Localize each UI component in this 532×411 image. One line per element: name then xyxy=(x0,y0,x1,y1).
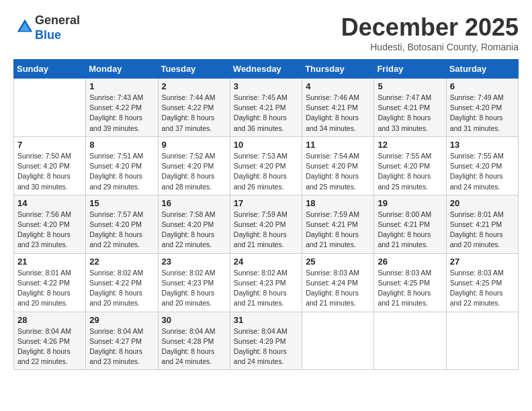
day-number: 21 xyxy=(17,257,82,267)
day-info: Sunrise: 7:53 AM Sunset: 4:20 PM Dayligh… xyxy=(234,151,298,192)
calendar-cell: 25Sunrise: 8:03 AM Sunset: 4:24 PM Dayli… xyxy=(302,253,374,312)
calendar-table: SundayMondayTuesdayWednesdayThursdayFrid… xyxy=(13,59,519,370)
day-header-friday: Friday xyxy=(374,60,446,79)
day-info: Sunrise: 7:51 AM Sunset: 4:20 PM Dayligh… xyxy=(89,151,154,192)
calendar-cell: 12Sunrise: 7:55 AM Sunset: 4:20 PM Dayli… xyxy=(374,136,446,195)
day-number: 22 xyxy=(89,257,154,267)
day-info: Sunrise: 8:01 AM Sunset: 4:22 PM Dayligh… xyxy=(17,268,82,309)
calendar-week-row: 14Sunrise: 7:56 AM Sunset: 4:20 PM Dayli… xyxy=(14,195,519,253)
day-number: 15 xyxy=(89,198,154,208)
calendar-cell: 31Sunrise: 8:04 AM Sunset: 4:29 PM Dayli… xyxy=(230,312,302,370)
day-info: Sunrise: 7:56 AM Sunset: 4:20 PM Dayligh… xyxy=(17,210,82,250)
calendar-cell: 7Sunrise: 7:50 AM Sunset: 4:20 PM Daylig… xyxy=(14,136,86,195)
day-info: Sunrise: 8:04 AM Sunset: 4:27 PM Dayligh… xyxy=(89,326,154,367)
day-number: 24 xyxy=(234,257,298,267)
day-number: 8 xyxy=(89,140,154,150)
day-header-sunday: Sunday xyxy=(14,60,86,79)
day-header-tuesday: Tuesday xyxy=(158,60,230,79)
calendar-cell: 1Sunrise: 7:43 AM Sunset: 4:22 PM Daylig… xyxy=(86,79,158,137)
day-number: 19 xyxy=(378,198,442,208)
day-info: Sunrise: 8:03 AM Sunset: 4:25 PM Dayligh… xyxy=(450,268,515,309)
calendar-cell xyxy=(374,312,446,370)
day-info: Sunrise: 8:04 AM Sunset: 4:28 PM Dayligh… xyxy=(162,326,226,367)
day-info: Sunrise: 7:47 AM Sunset: 4:21 PM Dayligh… xyxy=(378,93,442,134)
day-number: 9 xyxy=(162,140,226,150)
day-number: 30 xyxy=(162,315,226,325)
calendar-cell: 11Sunrise: 7:54 AM Sunset: 4:20 PM Dayli… xyxy=(302,136,374,195)
day-number: 11 xyxy=(306,140,370,150)
day-number: 29 xyxy=(89,315,154,325)
day-number: 18 xyxy=(306,198,370,208)
day-info: Sunrise: 8:03 AM Sunset: 4:24 PM Dayligh… xyxy=(306,268,370,309)
calendar-week-row: 21Sunrise: 8:01 AM Sunset: 4:22 PM Dayli… xyxy=(14,253,519,312)
calendar-cell: 5Sunrise: 7:47 AM Sunset: 4:21 PM Daylig… xyxy=(374,79,446,137)
calendar-cell xyxy=(446,312,518,370)
calendar-cell: 30Sunrise: 8:04 AM Sunset: 4:28 PM Dayli… xyxy=(158,312,230,370)
logo-icon xyxy=(15,17,35,37)
day-info: Sunrise: 7:46 AM Sunset: 4:21 PM Dayligh… xyxy=(306,93,370,134)
calendar-cell: 4Sunrise: 7:46 AM Sunset: 4:21 PM Daylig… xyxy=(302,79,374,137)
day-info: Sunrise: 7:44 AM Sunset: 4:22 PM Dayligh… xyxy=(162,93,226,134)
calendar-cell: 20Sunrise: 8:01 AM Sunset: 4:21 PM Dayli… xyxy=(446,195,518,253)
day-number: 4 xyxy=(306,81,370,91)
day-info: Sunrise: 8:01 AM Sunset: 4:21 PM Dayligh… xyxy=(450,210,515,250)
calendar-cell: 29Sunrise: 8:04 AM Sunset: 4:27 PM Dayli… xyxy=(86,312,158,370)
calendar-cell: 14Sunrise: 7:56 AM Sunset: 4:20 PM Dayli… xyxy=(14,195,86,253)
day-number: 31 xyxy=(234,315,298,325)
calendar-cell: 19Sunrise: 8:00 AM Sunset: 4:21 PM Dayli… xyxy=(374,195,446,253)
day-info: Sunrise: 7:55 AM Sunset: 4:20 PM Dayligh… xyxy=(378,151,442,192)
logo-general-text: General xyxy=(35,13,80,28)
day-number: 25 xyxy=(306,257,370,267)
calendar-cell: 6Sunrise: 7:49 AM Sunset: 4:20 PM Daylig… xyxy=(446,79,518,137)
day-info: Sunrise: 7:45 AM Sunset: 4:21 PM Dayligh… xyxy=(234,93,298,134)
calendar-cell: 26Sunrise: 8:03 AM Sunset: 4:25 PM Dayli… xyxy=(374,253,446,312)
calendar-cell: 13Sunrise: 7:55 AM Sunset: 4:20 PM Dayli… xyxy=(446,136,518,195)
day-info: Sunrise: 8:02 AM Sunset: 4:22 PM Dayligh… xyxy=(89,268,154,309)
page-header: General Blue December 2025 Hudesti, Boto… xyxy=(13,13,519,52)
calendar-cell: 23Sunrise: 8:02 AM Sunset: 4:23 PM Dayli… xyxy=(158,253,230,312)
calendar-header-row: SundayMondayTuesdayWednesdayThursdayFrid… xyxy=(14,60,519,79)
calendar-week-row: 1Sunrise: 7:43 AM Sunset: 4:22 PM Daylig… xyxy=(14,79,519,137)
day-number: 27 xyxy=(450,257,515,267)
calendar-cell xyxy=(302,312,374,370)
day-info: Sunrise: 7:59 AM Sunset: 4:21 PM Dayligh… xyxy=(306,210,370,250)
day-number: 14 xyxy=(17,198,82,208)
day-number: 28 xyxy=(17,315,82,325)
day-info: Sunrise: 7:50 AM Sunset: 4:20 PM Dayligh… xyxy=(17,151,82,192)
calendar-cell: 2Sunrise: 7:44 AM Sunset: 4:22 PM Daylig… xyxy=(158,79,230,137)
calendar-cell: 9Sunrise: 7:52 AM Sunset: 4:20 PM Daylig… xyxy=(158,136,230,195)
day-number: 2 xyxy=(162,81,226,91)
calendar-week-row: 7Sunrise: 7:50 AM Sunset: 4:20 PM Daylig… xyxy=(14,136,519,195)
day-info: Sunrise: 8:02 AM Sunset: 4:23 PM Dayligh… xyxy=(234,268,298,309)
calendar-cell: 21Sunrise: 8:01 AM Sunset: 4:22 PM Dayli… xyxy=(14,253,86,312)
day-header-thursday: Thursday xyxy=(302,60,374,79)
calendar-cell: 15Sunrise: 7:57 AM Sunset: 4:20 PM Dayli… xyxy=(86,195,158,253)
calendar-week-row: 28Sunrise: 8:04 AM Sunset: 4:26 PM Dayli… xyxy=(14,312,519,370)
day-info: Sunrise: 7:57 AM Sunset: 4:20 PM Dayligh… xyxy=(89,210,154,250)
day-info: Sunrise: 7:55 AM Sunset: 4:20 PM Dayligh… xyxy=(450,151,515,192)
calendar-cell: 22Sunrise: 8:02 AM Sunset: 4:22 PM Dayli… xyxy=(86,253,158,312)
title-block: December 2025 Hudesti, Botosani County, … xyxy=(341,13,519,52)
day-header-wednesday: Wednesday xyxy=(230,60,302,79)
day-number: 20 xyxy=(450,198,515,208)
day-info: Sunrise: 7:49 AM Sunset: 4:20 PM Dayligh… xyxy=(450,93,515,134)
calendar-cell: 3Sunrise: 7:45 AM Sunset: 4:21 PM Daylig… xyxy=(230,79,302,137)
day-info: Sunrise: 8:04 AM Sunset: 4:29 PM Dayligh… xyxy=(234,326,298,367)
day-number: 10 xyxy=(234,140,298,150)
day-header-saturday: Saturday xyxy=(446,60,518,79)
day-info: Sunrise: 8:04 AM Sunset: 4:26 PM Dayligh… xyxy=(17,326,82,367)
day-number: 13 xyxy=(450,140,515,150)
day-info: Sunrise: 7:52 AM Sunset: 4:20 PM Dayligh… xyxy=(162,151,226,192)
calendar-cell: 10Sunrise: 7:53 AM Sunset: 4:20 PM Dayli… xyxy=(230,136,302,195)
day-info: Sunrise: 7:54 AM Sunset: 4:20 PM Dayligh… xyxy=(306,151,370,192)
logo-blue-text: Blue xyxy=(35,28,80,43)
day-header-monday: Monday xyxy=(86,60,158,79)
calendar-cell: 24Sunrise: 8:02 AM Sunset: 4:23 PM Dayli… xyxy=(230,253,302,312)
day-number: 1 xyxy=(89,81,154,91)
day-number: 12 xyxy=(378,140,442,150)
calendar-cell xyxy=(14,79,86,137)
day-info: Sunrise: 8:03 AM Sunset: 4:25 PM Dayligh… xyxy=(378,268,442,309)
day-number: 6 xyxy=(450,81,515,91)
day-number: 5 xyxy=(378,81,442,91)
calendar-cell: 8Sunrise: 7:51 AM Sunset: 4:20 PM Daylig… xyxy=(86,136,158,195)
